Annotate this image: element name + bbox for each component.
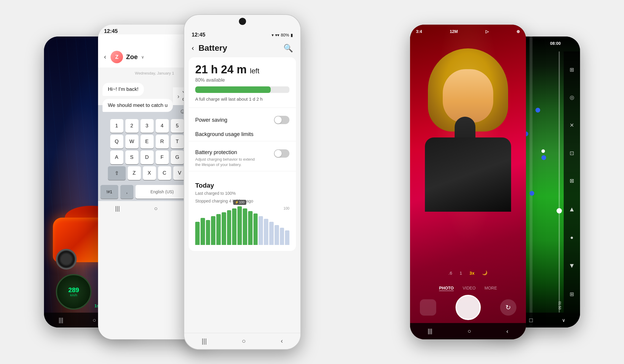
key-e[interactable]: E [141, 135, 154, 148]
sports-nav-chevron-icon[interactable]: ∨ [562, 317, 565, 323]
sports-icon-6[interactable]: ⊞ [570, 291, 574, 297]
key-d[interactable]: D [141, 151, 154, 164]
key-comma[interactable]: , [120, 185, 133, 199]
zoom-option-3x[interactable]: 3x [469, 270, 475, 276]
key-t[interactable]: T [171, 135, 184, 148]
sports-icon-1[interactable]: ⊞ [570, 67, 574, 73]
messages-back-button[interactable]: ‹ [104, 53, 106, 61]
sports-slider [556, 51, 562, 313]
camera-gallery-preview[interactable] [420, 299, 436, 316]
key-f[interactable]: F [156, 151, 169, 164]
chart-bar-13 [259, 216, 263, 245]
phone1-nav-home-icon[interactable]: ○ [92, 317, 96, 324]
message-text-1: Hi~! I'm back! [108, 86, 138, 92]
background-usage-label: Background usage limits [195, 131, 253, 137]
sports-sidebar: ⊞ ◎ ✕ ⊡ ⊠ ▲ ● ▼ ⊞ [564, 51, 580, 313]
battery-protection-label: Battery protection [195, 149, 261, 156]
power-saving-toggle[interactable] [274, 116, 289, 124]
player-blue-3 [541, 155, 546, 160]
sports-up-arrow[interactable]: ▲ [569, 205, 575, 213]
key-r[interactable]: R [156, 135, 169, 148]
battery-protection-toggle[interactable] [274, 149, 289, 158]
key-x[interactable]: X [143, 166, 156, 180]
sports-slider-thumb[interactable] [557, 208, 562, 213]
camera-nav-back-icon[interactable]: ‹ [506, 328, 508, 335]
key-c[interactable]: C [158, 166, 171, 180]
sports-nav-back-icon[interactable]: □ [529, 317, 533, 324]
key-4[interactable]: 4 [156, 119, 169, 133]
scene: 289 km/h 1st / 5th ||| ○ ‹ 12:45 ‹ Z Zoe… [0, 0, 624, 364]
contact-dropdown-icon[interactable]: ∨ [141, 55, 144, 59]
camera-shutter-button[interactable] [456, 295, 481, 320]
key-2[interactable]: 2 [125, 119, 138, 133]
chart-bar-17 [280, 228, 284, 245]
phone2-nav-home-icon[interactable]: ○ [154, 205, 157, 212]
key-q[interactable]: Q [110, 135, 123, 148]
battery-chart-wrapper: 100 ⚡100 [195, 206, 289, 245]
wifi-icon: ▾ [272, 33, 274, 37]
contact-name: Zoe [126, 53, 138, 61]
camera-nav-home-icon[interactable]: ○ [467, 328, 471, 335]
sports-icon-2[interactable]: ◎ [570, 94, 574, 101]
key-g[interactable]: G [171, 151, 184, 164]
battery-status-icons: ▾ ▾▾ 80% ▮ [272, 33, 293, 37]
camera-mode-more[interactable]: MORE [485, 286, 497, 290]
speed-value: 289 [68, 287, 79, 293]
key-1[interactable]: 1 [110, 119, 123, 133]
camera-subject-jacket [425, 137, 511, 212]
sports-time-display: 08:00 [550, 41, 561, 46]
sports-down-arrow[interactable]: ▼ [569, 262, 575, 270]
camera-flip-button[interactable]: ↻ [500, 299, 516, 316]
key-space[interactable]: English (US) [135, 185, 189, 199]
phone1-nav-recent-icon[interactable]: ||| [59, 317, 63, 324]
phone2-nav-recent-icon[interactable]: ||| [115, 205, 120, 212]
battery-divider-1 [189, 107, 296, 108]
battery-protection-text: Battery protection Adjust charging behav… [195, 149, 261, 167]
sports-icon-3[interactable]: ✕ [570, 122, 574, 129]
contact-avatar: Z [111, 51, 123, 63]
battery-back-button[interactable]: ‹ [192, 44, 194, 52]
power-saving-row[interactable]: Power saving [195, 112, 289, 128]
battery-search-button[interactable]: 🔍 [283, 44, 293, 53]
background-usage-row[interactable]: Background usage limits [195, 128, 289, 141]
camera-mode-video[interactable]: VIDEO [463, 286, 476, 290]
expand-icon[interactable]: › [177, 93, 179, 100]
chart-bar-1 [195, 222, 200, 245]
sports-icon-4[interactable]: ⊡ [570, 150, 574, 156]
battery-icon: ▮ [291, 33, 293, 37]
camera-mode-photo[interactable]: PHOTO [439, 286, 454, 290]
chart-bar-11 [248, 211, 253, 245]
sports-slider-track[interactable] [559, 51, 560, 313]
battery-nav-back-icon[interactable]: ‹ [281, 337, 283, 345]
camera-nav-recent-icon[interactable]: ||| [428, 328, 432, 335]
power-saving-toggle-knob [275, 116, 282, 124]
key-s[interactable]: S [125, 151, 138, 164]
battery-screen-header: ‹ Battery 🔍 [184, 40, 300, 57]
key-3[interactable]: 3 [141, 119, 154, 133]
battery-main-content: 21 h 24 m left 80% available A full char… [189, 57, 296, 251]
key-shift[interactable]: ⇧ [108, 166, 126, 180]
battery-protection-row[interactable]: Battery protection Adjust charging behav… [195, 146, 289, 171]
battery-chart: ⚡100 [195, 206, 289, 245]
battery-nav-home-icon[interactable]: ○ [242, 337, 246, 345]
key-z[interactable]: Z [128, 166, 141, 180]
chart-bar-9: ⚡100 [237, 206, 242, 245]
battery-status-bar: 12:45 ▾ ▾▾ 80% ▮ [184, 26, 300, 40]
phone-camera: 3:4 12M ▷ ⊕ .6 1 3x 🌙 PHOTO VIDEO MORE [410, 25, 526, 339]
battery-hours: 21 h [195, 63, 218, 76]
camera-mode-bar: PHOTO VIDEO MORE [410, 286, 526, 290]
sports-ball-icon: ● [570, 235, 573, 241]
camera-zoom-bar: .6 1 3x 🌙 [410, 270, 526, 276]
speed-unit: km/h [70, 293, 77, 297]
phone-battery: 12:45 ▾ ▾▾ 80% ▮ ‹ Battery 🔍 21 h 24 m [184, 14, 301, 350]
key-special[interactable]: !#1 [100, 185, 118, 199]
key-a[interactable]: A [110, 151, 123, 164]
chart-bar-2 [201, 218, 205, 245]
battery-nav-recent-icon[interactable]: ||| [202, 337, 207, 345]
sports-icon-5[interactable]: ⊠ [570, 178, 574, 184]
key-w[interactable]: W [125, 135, 138, 148]
zoom-option-1[interactable]: 1 [460, 270, 462, 276]
camera-controls: ↻ [410, 295, 526, 320]
zoom-option-06[interactable]: .6 [448, 270, 452, 276]
key-5[interactable]: 5 [171, 119, 184, 133]
